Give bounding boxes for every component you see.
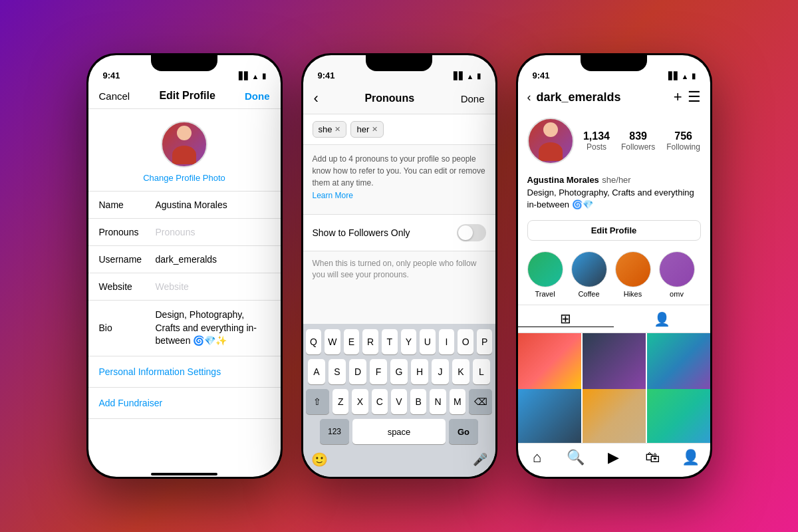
key-d[interactable]: D <box>349 359 366 384</box>
avatar-head-3 <box>543 122 558 137</box>
home-nav[interactable]: ⌂ <box>518 449 557 466</box>
wifi-icon-3: ▲ <box>682 72 689 80</box>
mic-key[interactable]: 🎤 <box>473 452 487 467</box>
highlight-circle-coffee <box>571 251 607 287</box>
tag-her[interactable]: her ✕ <box>350 121 384 138</box>
followers-note-text: When this is turned on, only people who … <box>313 258 486 281</box>
tag-her-remove[interactable]: ✕ <box>372 125 378 134</box>
grid-cell-4[interactable] <box>518 389 581 443</box>
avatar[interactable] <box>161 121 207 168</box>
avatar-figure <box>171 124 198 164</box>
add-icon[interactable]: + <box>674 88 682 106</box>
following-stat[interactable]: 756 Following <box>666 130 700 152</box>
highlight-coffee[interactable]: Coffee <box>571 251 607 298</box>
key-p[interactable]: P <box>477 329 493 354</box>
edit-profile-button[interactable]: Edit Profile <box>527 220 701 241</box>
pronouns-done-button[interactable]: Done <box>461 93 485 104</box>
bio-pronouns: she/her <box>602 175 630 185</box>
signal-icon-2: ▋▋ <box>454 72 464 80</box>
tag-tab[interactable]: 👤 <box>614 311 710 327</box>
key-f[interactable]: F <box>370 359 387 384</box>
grid-cell-5[interactable] <box>583 389 646 443</box>
username-value[interactable]: dark_emeralds <box>156 254 270 265</box>
cancel-button[interactable]: Cancel <box>99 90 130 102</box>
key-l[interactable]: L <box>473 359 490 384</box>
following-label: Following <box>666 142 700 152</box>
key-z[interactable]: Z <box>332 389 348 414</box>
key-h[interactable]: H <box>411 359 428 384</box>
followers-stat[interactable]: 839 Followers <box>621 130 655 152</box>
key-n[interactable]: N <box>430 389 446 414</box>
back-button[interactable]: ‹ <box>314 90 319 107</box>
done-button[interactable]: Done <box>245 90 270 102</box>
change-photo-label[interactable]: Change Profile Photo <box>143 173 225 183</box>
key-go[interactable]: Go <box>449 419 478 444</box>
key-e[interactable]: E <box>344 329 360 354</box>
highlight-hikes[interactable]: Hikes <box>615 251 651 298</box>
key-space[interactable]: space <box>352 419 446 444</box>
pronouns-row: Pronouns Pronouns <box>88 219 281 246</box>
key-r[interactable]: R <box>362 329 378 354</box>
wifi-icon-2: ▲ <box>467 72 474 80</box>
key-123[interactable]: 123 <box>320 419 349 444</box>
grid-cell-6[interactable] <box>647 389 710 443</box>
key-w[interactable]: W <box>325 329 340 354</box>
menu-icon[interactable]: ☰ <box>688 88 701 106</box>
key-x[interactable]: X <box>352 389 368 414</box>
bottom-nav: ⌂ 🔍 ▶ 🛍 👤 <box>518 443 710 477</box>
name-value[interactable]: Agustina Morales <box>156 200 270 210</box>
status-icons-3: ▋▋ ▲ ▮ <box>668 72 696 80</box>
key-i[interactable]: I <box>439 329 455 354</box>
key-q[interactable]: Q <box>306 329 322 354</box>
pronouns-input[interactable]: Pronouns <box>156 227 270 237</box>
profile-back-button[interactable]: ‹ <box>527 90 531 104</box>
personal-info-link[interactable]: Personal Information Settings <box>99 366 221 377</box>
pronouns-info-text: Add up to 4 pronouns to your profile so … <box>313 153 486 189</box>
grid-cell-3[interactable] <box>647 333 710 396</box>
add-fundraiser-row[interactable]: Add Fundraiser <box>88 388 281 419</box>
emoji-key[interactable]: 🙂 <box>311 452 328 467</box>
website-input[interactable]: Website <box>156 281 270 292</box>
search-nav[interactable]: 🔍 <box>556 449 595 466</box>
key-j[interactable]: J <box>432 359 449 384</box>
key-k[interactable]: K <box>452 359 469 384</box>
followers-toggle[interactable] <box>457 224 486 241</box>
grid-tab[interactable]: ⊞ <box>518 311 614 327</box>
bio-section: Agustina Morales she/her Design, Photogr… <box>518 171 710 216</box>
add-fundraiser-link[interactable]: Add Fundraiser <box>99 398 163 408</box>
phone-edit-profile: 9:41 ▋▋ ▲ ▮ Cancel Edit Profile Done Cha… <box>86 53 283 479</box>
profile-stats: 1,134 Posts 839 Followers 756 Following <box>583 130 701 152</box>
bio-value[interactable]: Design, Photography, Crafts and everythi… <box>156 309 270 348</box>
avatar-body <box>172 146 196 164</box>
personal-info-row[interactable]: Personal Information Settings <box>88 356 281 388</box>
profile-nav-btn[interactable]: 👤 <box>672 449 710 466</box>
tag-she[interactable]: she ✕ <box>313 121 347 138</box>
reels-nav[interactable]: ▶ <box>595 449 633 466</box>
key-u[interactable]: U <box>420 329 436 354</box>
kb-row-2: A S D F G H J K L <box>306 359 493 384</box>
key-t[interactable]: T <box>382 329 398 354</box>
tag-she-remove[interactable]: ✕ <box>334 125 340 134</box>
home-indicator-1 <box>151 473 217 475</box>
key-v[interactable]: V <box>391 389 407 414</box>
learn-more-link[interactable]: Learn More <box>313 191 353 200</box>
pronouns-tags-container: she ✕ her ✕ <box>303 114 495 145</box>
key-c[interactable]: C <box>372 389 388 414</box>
wifi-icon: ▲ <box>252 72 259 80</box>
key-o[interactable]: O <box>458 329 473 354</box>
grid-cell-1[interactable] <box>518 333 581 396</box>
key-b[interactable]: B <box>410 389 426 414</box>
key-shift[interactable]: ⇧ <box>306 389 330 414</box>
key-m[interactable]: M <box>450 389 466 414</box>
highlight-omv[interactable]: omv <box>659 251 695 298</box>
shop-nav[interactable]: 🛍 <box>633 449 672 466</box>
battery-icon-2: ▮ <box>477 72 481 80</box>
key-s[interactable]: S <box>329 359 346 384</box>
bio-text: Design, Photography, Crafts and everythi… <box>527 187 701 211</box>
key-y[interactable]: Y <box>401 329 417 354</box>
grid-cell-2[interactable] <box>583 333 646 396</box>
key-g[interactable]: G <box>390 359 408 384</box>
key-delete[interactable]: ⌫ <box>469 389 493 414</box>
key-a[interactable]: A <box>308 359 325 384</box>
highlight-travel[interactable]: Travel <box>527 251 563 298</box>
